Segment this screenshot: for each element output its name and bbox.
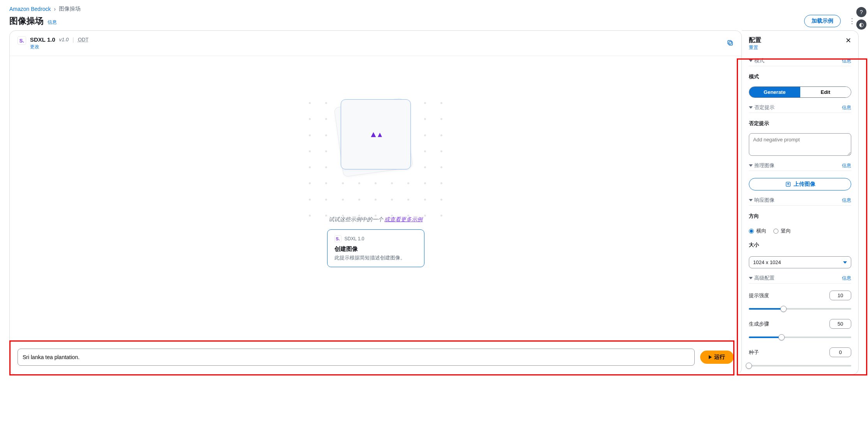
help-icon[interactable]: ? [856, 7, 866, 17]
section-advanced[interactable]: 高级配置 信息 [749, 275, 851, 284]
resp-info-link[interactable]: 信息 [842, 197, 851, 204]
size-label: 大小 [749, 241, 851, 248]
page-title: 图像操场 [9, 15, 44, 27]
negative-prompt-input[interactable] [749, 133, 851, 156]
model-provider-icon: S. [18, 36, 26, 45]
size-selected-value: 1024 x 1024 [753, 259, 781, 265]
svg-rect-1 [728, 41, 731, 44]
example-model-name: SDXL 1.0 [345, 236, 364, 241]
mode-edit-button[interactable]: Edit [800, 87, 851, 97]
close-config-button[interactable]: ✕ [845, 36, 851, 45]
copy-icon[interactable] [727, 39, 734, 48]
prompt-input[interactable] [18, 349, 695, 366]
steps-value[interactable]: 50 [829, 319, 851, 329]
page-info-link[interactable]: 信息 [48, 19, 57, 26]
mode-toggle: Generate Edit [749, 86, 851, 98]
settings-icon[interactable]: ◐ [856, 19, 866, 30]
orientation-vertical-radio[interactable]: 竖向 [773, 227, 791, 234]
seed-slider[interactable] [749, 363, 851, 369]
steps-slider[interactable] [749, 334, 851, 340]
breadcrumb-current: 图像操场 [59, 5, 81, 12]
negative-prompt-label: 否定提示 [749, 120, 851, 127]
change-model-link[interactable]: 更改 [30, 44, 88, 50]
floating-help-icons: ? ◐ [856, 7, 866, 30]
example-model-icon: S. [335, 235, 342, 242]
image-placeholder-icon: ▲▴ [369, 129, 382, 139]
chevron-down-icon [749, 60, 753, 62]
run-button-label: 运行 [714, 354, 725, 361]
config-panel: 配置 重置 ✕ 模式 信息 模式 Generate Edit 否定提示 信息 否… [742, 30, 859, 375]
model-name: SDXL 1.0 [30, 36, 55, 43]
chevron-right-icon: › [54, 6, 56, 12]
load-examples-button[interactable]: 加载示例 [804, 15, 841, 27]
neg-info-link[interactable]: 信息 [842, 104, 851, 111]
breadcrumb: Amazon Bedrock › 图像操场 [9, 5, 859, 12]
run-button[interactable]: 运行 [700, 351, 734, 364]
model-odt-label: ODT [78, 37, 88, 42]
seed-label: 种子 [749, 349, 759, 356]
chevron-down-icon [749, 199, 753, 201]
steps-label: 生成步骤 [749, 321, 769, 328]
chevron-down-icon [843, 261, 847, 264]
section-negative-prompt[interactable]: 否定提示 信息 [749, 104, 851, 113]
play-icon [709, 355, 712, 359]
mode-generate-button[interactable]: Generate [749, 87, 800, 97]
main-panel: S. SDXL 1.0 v1.0 | ODT 更改 [9, 30, 742, 375]
breadcrumb-root-link[interactable]: Amazon Bedrock [9, 6, 51, 12]
placeholder-card-front: ▲▴ [341, 99, 411, 169]
image-canvas-placeholder: ▲▴ 试试这些示例中的一个 或查看更多示例 S. SDXL 1.0 创建图像 此… [10, 56, 741, 342]
svg-rect-0 [729, 42, 732, 45]
mode-label: 模式 [749, 73, 851, 80]
prompt-strength-slider[interactable] [749, 306, 851, 312]
prompt-strength-label: 提示强度 [749, 292, 769, 299]
example-description: 此提示根据简短描述创建图像。 [335, 254, 417, 261]
adv-info-link[interactable]: 信息 [842, 275, 851, 282]
chevron-down-icon [749, 277, 753, 279]
prompt-strength-value[interactable]: 10 [829, 291, 851, 300]
config-title: 配置 [749, 36, 761, 44]
example-title: 创建图像 [335, 245, 417, 253]
size-select[interactable]: 1024 x 1024 [749, 256, 851, 268]
example-card[interactable]: S. SDXL 1.0 创建图像 此提示根据简短描述创建图像。 [327, 229, 424, 267]
reset-config-link[interactable]: 重置 [749, 44, 761, 51]
section-mode[interactable]: 模式 信息 [749, 57, 851, 66]
seed-value[interactable]: 0 [829, 347, 851, 357]
chevron-down-icon [749, 164, 753, 167]
infer-info-link[interactable]: 信息 [842, 162, 851, 169]
chevron-down-icon [749, 106, 753, 109]
section-inference-image[interactable]: 推理图像 信息 [749, 162, 851, 171]
orientation-label: 方向 [749, 213, 851, 220]
upload-image-button[interactable]: 上传图像 [749, 178, 851, 190]
model-version: v1.0 [59, 37, 69, 42]
mode-info-link[interactable]: 信息 [842, 58, 851, 64]
orientation-horizontal-radio[interactable]: 横向 [749, 227, 766, 234]
section-response-image[interactable]: 响应图像 信息 [749, 197, 851, 206]
upload-icon [785, 181, 791, 187]
